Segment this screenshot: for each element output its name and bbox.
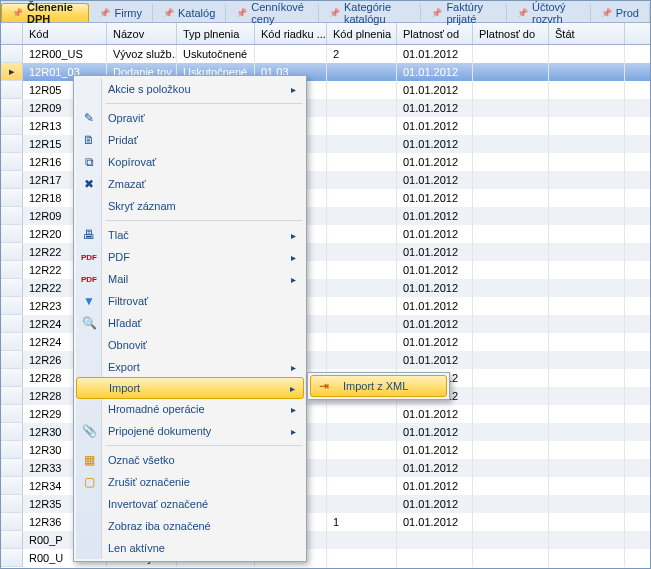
cell: 01.01.2012 — [397, 423, 473, 441]
mi-pripojene[interactable]: 📎 Pripojené dokumenty — [76, 420, 304, 442]
cell: 01.01.2012 — [397, 171, 473, 189]
copy-icon: ⧉ — [80, 155, 98, 169]
pdf-icon: PDF — [80, 253, 98, 262]
cell — [473, 315, 549, 333]
cell — [473, 153, 549, 171]
mi-label: Obnoviť — [108, 339, 304, 351]
cell: 12R00_US — [23, 45, 107, 63]
cell: 01.01.2012 — [397, 477, 473, 495]
tab-4[interactable]: 📌Kategórie katalógu — [319, 3, 421, 22]
col-kodriadku[interactable]: Kód riadku ... — [255, 23, 327, 44]
pin-icon: 📌 — [601, 8, 612, 18]
rowhdr-col — [1, 23, 23, 44]
mi-zmazat[interactable]: ✖ Zmazať — [76, 173, 304, 195]
attachment-icon: 📎 — [80, 424, 98, 438]
mi-lenaktivne[interactable]: Len aktívne — [76, 537, 304, 559]
cell: Uskutočnené — [177, 45, 255, 63]
mi-label: Označ všetko — [108, 454, 304, 466]
mi-pridat[interactable]: 🗎 Pridať — [76, 129, 304, 151]
mi-label: Import — [109, 382, 290, 394]
pin-icon: 📌 — [12, 8, 23, 18]
cell — [549, 207, 625, 225]
mi-opravit[interactable]: ✎ Opraviť — [76, 107, 304, 129]
tab-label: Katalóg — [178, 7, 215, 19]
cell: 01.01.2012 — [397, 513, 473, 531]
cell — [473, 297, 549, 315]
mi-skryt[interactable]: Skryť záznam — [76, 195, 304, 217]
col-typ[interactable]: Typ plnenia — [177, 23, 255, 44]
cell: 01.01.2012 — [397, 99, 473, 117]
cell — [473, 441, 549, 459]
separator — [106, 220, 302, 221]
mi-label: Zmazať — [108, 178, 304, 190]
mi-label: Zobraz iba označené — [108, 520, 304, 532]
mi-label: Hromadné operácie — [108, 403, 291, 415]
tab-2[interactable]: 📌Katalóg — [153, 3, 226, 22]
row-header — [1, 189, 23, 207]
cell: 01.01.2012 — [397, 45, 473, 63]
mi-hromadne[interactable]: Hromadné operácie — [76, 398, 304, 420]
mi-label: Akcie s položkou — [108, 83, 291, 95]
mi-kopirovat[interactable]: ⧉ Kopírovať — [76, 151, 304, 173]
mi-tlac[interactable]: 🖶 Tlač — [76, 224, 304, 246]
mail-icon: PDF — [80, 275, 98, 284]
pin-icon: 📌 — [431, 8, 442, 18]
mi-zobraziba[interactable]: Zobraz iba označené — [76, 515, 304, 537]
cell — [549, 81, 625, 99]
mi-zrusitoznacenie[interactable]: ▢ Zrušiť označenie — [76, 471, 304, 493]
row-header — [1, 549, 23, 567]
cell — [327, 279, 397, 297]
mi-obnovit[interactable]: Obnoviť — [76, 334, 304, 356]
cell — [549, 333, 625, 351]
pin-icon: 📌 — [517, 8, 528, 18]
cell — [473, 351, 549, 369]
col-platdo[interactable]: Platnosť do — [473, 23, 549, 44]
tab-0[interactable]: 📌Členenie DPH — [1, 3, 89, 22]
tab-1[interactable]: 📌Firmy — [89, 3, 153, 22]
mi-pdf[interactable]: PDF PDF — [76, 246, 304, 268]
mi-invert[interactable]: Invertovať označené — [76, 493, 304, 515]
tab-6[interactable]: 📌Účtový rozvrh — [507, 3, 591, 22]
mi-label: Pridať — [108, 134, 304, 146]
mi-label: Skryť záznam — [108, 200, 304, 212]
row-header — [1, 261, 23, 279]
cell — [473, 369, 549, 387]
col-nazov[interactable]: Názov — [107, 23, 177, 44]
cell — [473, 225, 549, 243]
mi-import[interactable]: Import — [76, 377, 304, 399]
search-icon: 🔍 — [80, 316, 98, 330]
row-header — [1, 171, 23, 189]
col-platod[interactable]: Platnosť od — [397, 23, 473, 44]
smi-import-xml[interactable]: ⇥ Import z XML — [310, 375, 447, 397]
cell — [255, 45, 327, 63]
table-row[interactable]: 12R00_USVývoz služb...Uskutočnené201.01.… — [1, 45, 650, 63]
cell — [549, 153, 625, 171]
row-header — [1, 45, 23, 63]
tab-5[interactable]: 📌Faktúry prijaté — [421, 3, 507, 22]
col-stat[interactable]: Štát — [549, 23, 625, 44]
col-kodplnenia[interactable]: Kód plnenia — [327, 23, 397, 44]
xml-icon: ⇥ — [315, 379, 333, 393]
tab-label: Cenníkové ceny — [251, 1, 308, 25]
cell: 01.01.2012 — [397, 315, 473, 333]
tab-3[interactable]: 📌Cenníkové ceny — [226, 3, 319, 22]
cell — [549, 405, 625, 423]
mi-hladat[interactable]: 🔍 Hľadať — [76, 312, 304, 334]
mi-akcie[interactable]: Akcie s položkou — [76, 78, 304, 100]
col-kod[interactable]: Kód — [23, 23, 107, 44]
deselect-icon: ▢ — [80, 475, 98, 489]
mi-mail[interactable]: PDF Mail — [76, 268, 304, 290]
submenu-arrow-icon — [291, 229, 304, 241]
selectall-icon: ▦ — [80, 453, 98, 467]
row-header — [1, 495, 23, 513]
tab-7[interactable]: 📌Prod — [591, 3, 650, 22]
cell — [327, 405, 397, 423]
mi-oznacvsetko[interactable]: ▦ Označ všetko — [76, 449, 304, 471]
cell — [327, 189, 397, 207]
cell — [549, 495, 625, 513]
row-header — [1, 243, 23, 261]
cell — [327, 531, 397, 549]
mi-export[interactable]: Export — [76, 356, 304, 378]
mi-filtrovat[interactable]: ▼ Filtrovať — [76, 290, 304, 312]
pin-icon: 📌 — [236, 8, 247, 18]
